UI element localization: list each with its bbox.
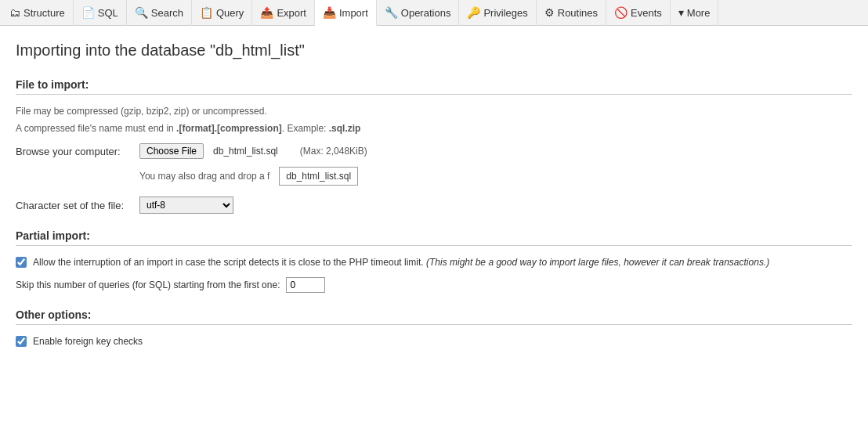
partial-import-title: Partial import:	[16, 229, 852, 246]
nav-privileges[interactable]: 🔑 Privileges	[459, 0, 536, 26]
interrupt-checkbox-row: Allow the interruption of an import in c…	[16, 255, 852, 269]
filename-tooltip: db_html_list.sql	[279, 167, 358, 186]
interrupt-label-italic: (This might be a good way to import larg…	[426, 257, 769, 268]
nav-export[interactable]: 📤 Export	[252, 0, 315, 26]
foreign-key-label[interactable]: Enable foreign key checks	[33, 334, 143, 348]
export-icon: 📤	[260, 6, 273, 19]
partial-import-section: Partial import: Allow the interruption o…	[16, 229, 852, 293]
file-section-title: File to import:	[16, 78, 852, 95]
nav-events[interactable]: 🚫 Events	[606, 0, 671, 26]
drag-drop-text: You may also drag and drop a f	[139, 171, 269, 182]
foreign-key-checkbox-row: Enable foreign key checks	[16, 334, 852, 348]
routines-icon: ⚙	[544, 6, 555, 19]
privileges-icon: 🔑	[467, 6, 480, 19]
max-size-label: (Max: 2,048KiB)	[300, 146, 367, 157]
file-info-line2: A compressed file's name must end in .[f…	[16, 121, 852, 135]
foreign-key-checkbox[interactable]	[16, 336, 27, 347]
skip-input[interactable]	[286, 277, 325, 293]
interrupt-checkbox[interactable]	[16, 257, 27, 268]
query-icon: 📋	[200, 6, 213, 19]
events-icon: 🚫	[614, 6, 627, 19]
nav-query[interactable]: 📋 Query	[192, 0, 252, 26]
skip-label: Skip this number of queries (for SQL) st…	[16, 280, 280, 290]
choose-file-button[interactable]: Choose File	[139, 143, 204, 159]
operations-icon: 🔧	[385, 6, 398, 19]
main-content: Importing into the database "db_html_lis…	[0, 26, 868, 380]
import-icon: 📥	[323, 6, 336, 19]
nav-import[interactable]: 📥 Import	[315, 0, 377, 26]
skip-row: Skip this number of queries (for SQL) st…	[16, 277, 852, 293]
charset-select[interactable]: utf-8 latin1 utf16	[139, 197, 233, 214]
charset-row: Character set of the file: utf-8 latin1 …	[16, 197, 852, 214]
file-import-section: File to import: File may be compressed (…	[16, 78, 852, 214]
sql-icon: 📄	[81, 6, 95, 19]
browse-row: Browse your computer: Choose File db_htm…	[16, 143, 852, 159]
charset-label: Character set of the file:	[16, 200, 133, 211]
nav-structure[interactable]: 🗂 Structure	[2, 0, 74, 26]
file-info-line1: File may be compressed (gzip, bzip2, zip…	[16, 104, 852, 118]
nav-search[interactable]: 🔍 Search	[127, 0, 192, 26]
page-title: Importing into the database "db_html_lis…	[16, 41, 852, 60]
drag-drop-row: You may also drag and drop a f db_html_l…	[16, 167, 852, 186]
interrupt-label[interactable]: Allow the interruption of an import in c…	[33, 255, 769, 269]
other-options-title: Other options:	[16, 308, 852, 325]
nav-bar: 🗂 Structure 📄 SQL 🔍 Search 📋 Query 📤 Exp…	[0, 0, 868, 26]
nav-sql[interactable]: 📄 SQL	[74, 0, 127, 26]
selected-filename: db_html_list.sql	[213, 146, 278, 157]
structure-icon: 🗂	[9, 6, 20, 19]
more-icon: ▾	[678, 6, 684, 19]
search-icon: 🔍	[135, 6, 148, 19]
nav-more[interactable]: ▾ More	[671, 0, 719, 26]
other-options-section: Other options: Enable foreign key checks	[16, 308, 852, 348]
browse-label: Browse your computer:	[16, 146, 133, 157]
nav-routines[interactable]: ⚙ Routines	[537, 0, 606, 26]
nav-operations[interactable]: 🔧 Operations	[377, 0, 460, 26]
